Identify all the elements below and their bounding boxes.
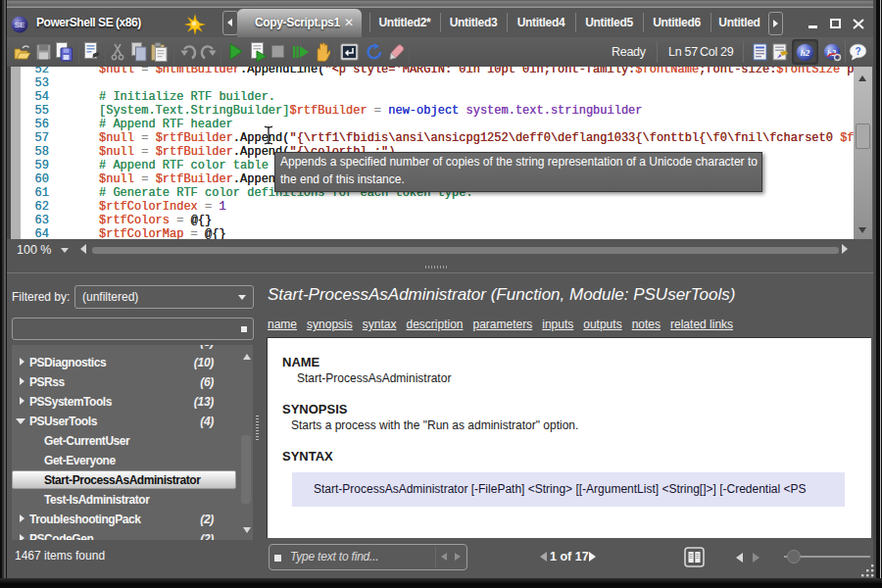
svg-text:?: ? xyxy=(855,46,860,57)
svg-text:h2: h2 xyxy=(801,48,810,58)
svg-text:SE: SE xyxy=(15,21,25,29)
